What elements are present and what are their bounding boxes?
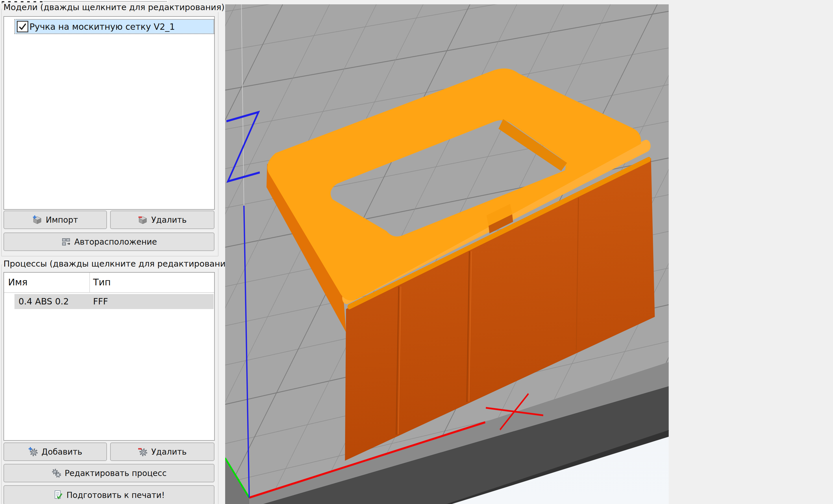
import-button-label: Импорт [46,215,78,225]
add-gear-plus-icon [28,447,38,457]
delete-process-button[interactable]: Удалить [110,443,214,461]
import-cube-plus-icon [32,215,42,225]
add-process-button-label: Добавить [42,447,82,457]
prepare-document-check-icon [53,490,63,500]
processes-table-header: Имя Тип [4,273,214,293]
auto-arrange-button[interactable]: Авторасположение [3,232,214,251]
process-name-cell: 0.4 ABS 0.2 [19,296,69,306]
process-type-cell: FFF [93,296,108,306]
model-name-label: Ручка на москитную сетку V2_1 [29,22,175,32]
divider-line [43,1,167,2]
edit-process-button-label: Редактировать процесс [65,469,167,478]
processes-table[interactable]: Имя Тип 0.4 ABS 0.2 FFF [3,272,215,441]
simplify3d-window: Модели (дважды щелкните для редактирован… [0,0,833,504]
processes-panel-title: Процессы (дважды щелкните для редактиров… [2,259,237,269]
auto-arrange-button-label: Авторасположение [74,237,157,247]
delete-process-button-label: Удалить [151,447,187,457]
edit-process-gears-icon [51,468,61,478]
models-panel-title: Модели (дважды щелкните для редактирован… [2,2,228,12]
prepare-to-print-button-label: Подготовить к печати! [67,490,165,500]
model-visibility-checkbox[interactable] [17,21,28,32]
viewport-3d[interactable] [225,4,833,504]
delete-gear-minus-icon [138,447,148,457]
import-button[interactable]: Импорт [3,210,107,229]
check-icon [18,22,27,31]
models-list[interactable]: Ручка на москитную сетку V2_1 [3,16,215,210]
auto-arrange-icon [61,237,71,247]
model-list-item[interactable]: Ручка на москитную сетку V2_1 [15,20,214,33]
add-process-button[interactable]: Добавить [3,443,107,461]
column-header-type[interactable]: Тип [93,277,111,288]
viewport-canvas[interactable] [225,4,833,504]
process-row[interactable]: 0.4 ABS 0.2 FFF [15,294,214,309]
column-divider[interactable] [89,273,90,292]
delete-model-button[interactable]: Удалить [110,210,214,229]
edit-process-button[interactable]: Редактировать процесс [3,464,214,482]
prepare-to-print-button[interactable]: Подготовить к печати! [3,485,214,504]
column-header-name[interactable]: Имя [8,277,27,288]
delete-model-button-label: Удалить [151,215,187,225]
delete-cube-minus-icon [138,215,148,225]
